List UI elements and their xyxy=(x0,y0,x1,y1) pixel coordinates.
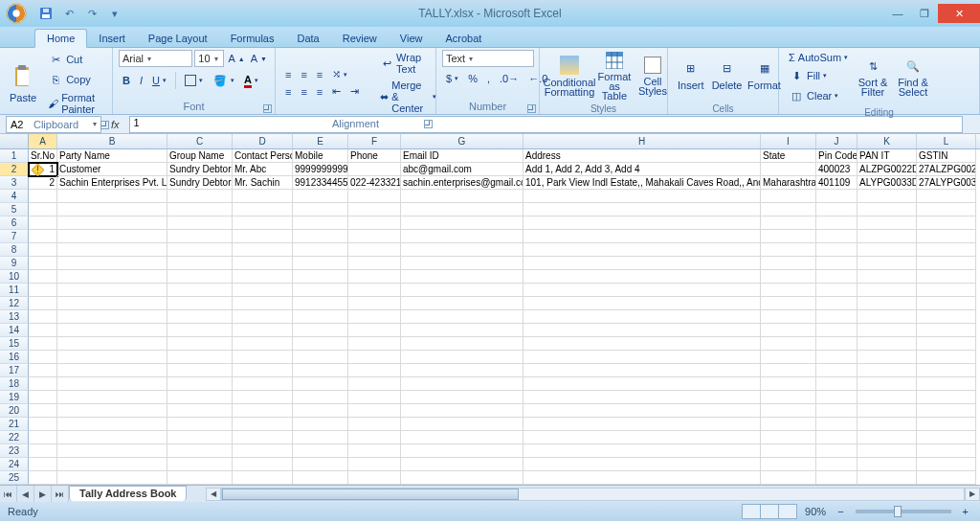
cell[interactable] xyxy=(761,377,816,391)
align-middle-button[interactable]: ≡ xyxy=(297,67,310,82)
cell[interactable] xyxy=(761,458,816,471)
dialog-launcher-icon[interactable] xyxy=(263,104,272,113)
cell[interactable] xyxy=(523,284,761,297)
cell[interactable] xyxy=(761,364,816,377)
cell[interactable] xyxy=(29,337,57,351)
cell[interactable] xyxy=(29,391,57,404)
align-center-button[interactable]: ≡ xyxy=(297,84,310,100)
cell[interactable] xyxy=(57,324,167,337)
cell[interactable]: Pin Code xyxy=(816,149,858,163)
cell[interactable] xyxy=(233,230,293,243)
sheet-nav-prev-icon[interactable]: ◀ xyxy=(17,486,34,502)
cell[interactable] xyxy=(293,337,348,351)
cell[interactable] xyxy=(816,190,858,203)
cell[interactable]: Party Name xyxy=(57,149,167,163)
cell[interactable] xyxy=(57,230,167,243)
cell[interactable] xyxy=(523,418,761,431)
cell[interactable] xyxy=(348,391,401,404)
cell[interactable] xyxy=(293,444,348,458)
cell[interactable] xyxy=(348,203,401,216)
error-trace-icon[interactable]: ! xyxy=(31,163,44,176)
increase-indent-button[interactable]: ⇥ xyxy=(346,83,363,100)
cell[interactable] xyxy=(816,458,858,471)
cell[interactable] xyxy=(917,243,976,257)
cell[interactable] xyxy=(917,270,976,284)
row-header[interactable]: 3 xyxy=(0,176,29,190)
column-header[interactable]: D xyxy=(233,134,293,148)
cell[interactable] xyxy=(167,404,233,418)
cell[interactable] xyxy=(858,284,917,297)
cell[interactable] xyxy=(29,418,57,431)
cell[interactable] xyxy=(167,270,233,284)
cell[interactable] xyxy=(401,337,523,351)
cell[interactable] xyxy=(233,270,293,284)
cell[interactable] xyxy=(858,351,917,364)
cell[interactable] xyxy=(167,391,233,404)
cell[interactable]: Contact Person xyxy=(233,149,293,163)
cell[interactable] xyxy=(348,257,401,270)
grow-font-button[interactable]: A▲ xyxy=(226,53,246,64)
cell[interactable] xyxy=(523,337,761,351)
font-size-combo[interactable]: 10▾ xyxy=(194,50,224,67)
cell[interactable] xyxy=(401,404,523,418)
cell[interactable] xyxy=(233,351,293,364)
zoom-in-button[interactable]: + xyxy=(959,504,972,519)
column-header[interactable]: F xyxy=(348,134,401,148)
cell[interactable] xyxy=(917,230,976,243)
cell[interactable] xyxy=(293,458,348,471)
cell[interactable] xyxy=(233,190,293,203)
cell[interactable] xyxy=(233,471,293,485)
cell[interactable] xyxy=(233,364,293,377)
select-all-corner[interactable] xyxy=(0,134,29,148)
redo-icon[interactable]: ↷ xyxy=(82,4,101,23)
cell[interactable] xyxy=(293,230,348,243)
cell[interactable] xyxy=(858,230,917,243)
cell[interactable] xyxy=(858,471,917,485)
cell[interactable] xyxy=(233,216,293,230)
cell[interactable]: PAN IT xyxy=(858,149,917,163)
cell[interactable] xyxy=(57,297,167,310)
cell[interactable] xyxy=(523,310,761,324)
fill-button[interactable]: ⬇Fill▾ xyxy=(785,66,852,85)
align-left-button[interactable]: ≡ xyxy=(281,84,295,100)
cell[interactable] xyxy=(917,190,976,203)
cell[interactable] xyxy=(917,310,976,324)
row-header[interactable]: 13 xyxy=(0,310,29,324)
cell[interactable] xyxy=(917,364,976,377)
cell[interactable] xyxy=(233,297,293,310)
cell[interactable] xyxy=(167,337,233,351)
cell[interactable] xyxy=(401,324,523,337)
cell[interactable]: Email ID xyxy=(401,149,523,163)
row-header[interactable]: 15 xyxy=(0,337,29,351)
conditional-formatting-button[interactable]: Conditional Formatting xyxy=(546,50,593,102)
row-header[interactable]: 8 xyxy=(0,243,29,257)
cell[interactable] xyxy=(858,418,917,431)
cell[interactable]: Mr. Sachin xyxy=(233,176,293,190)
cell[interactable] xyxy=(57,458,167,471)
cell[interactable] xyxy=(858,190,917,203)
cell[interactable] xyxy=(167,257,233,270)
align-bottom-button[interactable]: ≡ xyxy=(313,67,326,82)
cell[interactable] xyxy=(858,337,917,351)
fill-color-button[interactable]: 🪣▾ xyxy=(209,71,238,90)
cell[interactable]: Mobile xyxy=(293,149,348,163)
cell[interactable] xyxy=(167,203,233,216)
cell[interactable]: Phone xyxy=(348,149,401,163)
cell[interactable] xyxy=(57,351,167,364)
cell[interactable] xyxy=(348,230,401,243)
cell[interactable] xyxy=(293,284,348,297)
sheet-nav-first-icon[interactable]: ⏮ xyxy=(0,486,17,502)
cell[interactable] xyxy=(233,431,293,444)
cell[interactable] xyxy=(858,257,917,270)
column-header[interactable]: I xyxy=(761,134,816,148)
cell[interactable] xyxy=(917,458,976,471)
ribbon-tab-data[interactable]: Data xyxy=(285,30,330,47)
cell[interactable] xyxy=(816,337,858,351)
ribbon-tab-home[interactable]: Home xyxy=(34,29,87,48)
cell[interactable] xyxy=(401,377,523,391)
cell[interactable] xyxy=(167,351,233,364)
cell[interactable] xyxy=(29,230,57,243)
cell[interactable] xyxy=(761,351,816,364)
cell[interactable] xyxy=(401,270,523,284)
row-header[interactable]: 21 xyxy=(0,418,29,431)
